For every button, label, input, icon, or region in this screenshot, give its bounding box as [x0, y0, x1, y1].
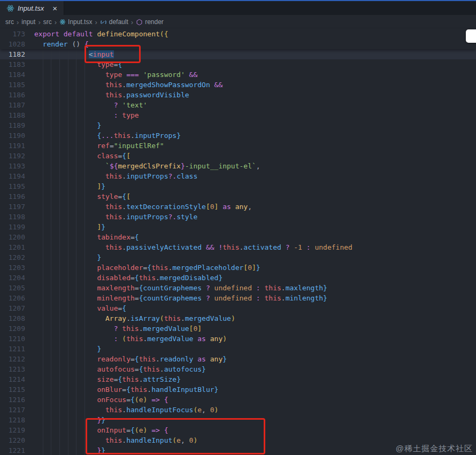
code-line-1201[interactable]: 1201this.passivelyActivated && !this.act… — [0, 242, 476, 252]
line-number[interactable]: 1200 — [0, 232, 34, 242]
code-line-1208[interactable]: 1208Array.isArray(this.mergedValue) — [0, 313, 476, 323]
line-number[interactable]: 1028 — [0, 39, 34, 49]
line-number[interactable]: 1191 — [0, 141, 34, 151]
line-number[interactable]: 173 — [0, 29, 34, 39]
code-line-1210[interactable]: 1210: (this.mergedValue as any) — [0, 334, 476, 344]
code-line-1206[interactable]: 1206minlength={countGraphemes ? undefine… — [0, 293, 476, 303]
line-number[interactable]: 1216 — [0, 395, 34, 405]
code-line-1205[interactable]: 1205maxlength={countGraphemes ? undefine… — [0, 283, 476, 293]
line-number[interactable]: 1193 — [0, 161, 34, 171]
line-number[interactable]: 1199 — [0, 222, 34, 232]
line-number[interactable]: 1208 — [0, 313, 34, 323]
line-number[interactable]: 1186 — [0, 90, 34, 100]
code-token: { — [135, 355, 139, 363]
line-number[interactable]: 1197 — [0, 202, 34, 212]
code-line-1189[interactable]: 1189} — [0, 120, 476, 130]
line-number[interactable]: 1209 — [0, 323, 34, 334]
line-number[interactable]: 1183 — [0, 59, 34, 70]
code-line-1214[interactable]: 1214size={this.attrSize} — [0, 374, 476, 384]
breadcrumb-item-src[interactable]: src — [5, 18, 14, 26]
code-line-1215[interactable]: 1215onBlur={this.handleInputBlur} — [0, 384, 476, 395]
code-line-1199[interactable]: 1199]} — [0, 222, 476, 232]
line-number[interactable]: 1214 — [0, 374, 34, 384]
code-line-1220[interactable]: 1220this.handleInput(e, 0) — [0, 435, 476, 445]
line-number[interactable]: 1217 — [0, 405, 34, 415]
code-line-1194[interactable]: 1194this.inputProps?.class — [0, 171, 476, 181]
code-line-1184[interactable]: 1184type === 'password' && — [0, 70, 476, 80]
code-line-1185[interactable]: 1185this.mergedShowPasswordOn && — [0, 80, 476, 90]
line-number[interactable]: 1204 — [0, 273, 34, 283]
code-line-1183[interactable]: 1183type={ — [0, 59, 476, 70]
code-line-1217[interactable]: 1217this.handleInputFocus(e, 0) — [0, 405, 476, 415]
close-icon[interactable]: × — [52, 4, 57, 12]
code-line-1182[interactable]: 1182<input — [0, 49, 476, 59]
code-line-1186[interactable]: 1186this.passwordVisible — [0, 90, 476, 100]
line-number[interactable]: 1187 — [0, 100, 34, 110]
sticky-line-173[interactable]: 173export default defineComponent({ — [0, 29, 476, 39]
line-number[interactable]: 1203 — [0, 263, 34, 273]
code-token: inputProps — [126, 172, 168, 180]
code-line-1190[interactable]: 1190{...this.inputProps} — [0, 130, 476, 141]
line-number[interactable]: 1188 — [0, 110, 34, 120]
breadcrumb-item-render[interactable]: render — [136, 18, 164, 26]
code-line-1188[interactable]: 1188: type — [0, 110, 476, 120]
line-number[interactable]: 1202 — [0, 252, 34, 263]
line-number[interactable]: 1182 — [0, 49, 34, 59]
line-number[interactable]: 1207 — [0, 303, 34, 313]
code-line-1198[interactable]: 1198this.inputProps?.style — [0, 212, 476, 222]
tab-input-tsx[interactable]: Input.tsx × — [0, 1, 64, 15]
code-line-1203[interactable]: 1203placeholder={this.mergedPlaceholder[… — [0, 263, 476, 273]
line-number[interactable]: 1196 — [0, 191, 34, 202]
code-line-1193[interactable]: 1193`${mergedClsPrefix}-input__input-el`… — [0, 161, 476, 171]
code-line-1209[interactable]: 1209? this.mergedValue[0] — [0, 323, 476, 334]
line-number[interactable]: 1185 — [0, 80, 34, 90]
line-number[interactable]: 1198 — [0, 212, 34, 222]
code-line-1213[interactable]: 1213autofocus={this.autofocus} — [0, 364, 476, 374]
line-number[interactable]: 1211 — [0, 344, 34, 354]
line-number[interactable]: 1184 — [0, 70, 34, 80]
line-number[interactable]: 1215 — [0, 384, 34, 395]
line-number[interactable]: 1219 — [0, 425, 34, 435]
code-token: ` — [252, 162, 256, 170]
code-line-1207[interactable]: 1207value={ — [0, 303, 476, 313]
sticky-line-1028[interactable]: 1028render () { — [0, 39, 476, 49]
code-line-1212[interactable]: 1212readonly={this.readonly as any} — [0, 354, 476, 364]
code-token: = — [135, 365, 139, 373]
code-line-1211[interactable]: 1211} — [0, 344, 476, 354]
code-line-1191[interactable]: 1191ref="inputElRef" — [0, 141, 476, 151]
line-number[interactable]: 1206 — [0, 293, 34, 303]
line-number[interactable]: 1194 — [0, 171, 34, 181]
line-number[interactable]: 1201 — [0, 242, 34, 252]
code-line-1218[interactable]: 1218}} — [0, 415, 476, 425]
scrollbar-thumb[interactable] — [466, 29, 476, 43]
code-line-1221[interactable]: 1221}} — [0, 445, 476, 455]
breadcrumb-item-src[interactable]: src — [43, 18, 52, 26]
code-line-1216[interactable]: 1216onFocus={(e) => { — [0, 395, 476, 405]
code-line-1197[interactable]: 1197this.textDecorationStyle[0] as any, — [0, 202, 476, 212]
line-number[interactable]: 1189 — [0, 120, 34, 130]
code-token: 'text' — [122, 101, 147, 109]
line-number[interactable]: 1220 — [0, 435, 34, 445]
code-token: autofocus — [164, 365, 202, 373]
line-content: value={ — [34, 303, 476, 313]
code-line-1200[interactable]: 1200tabindex={ — [0, 232, 476, 242]
breadcrumb-item-input[interactable]: input — [21, 18, 35, 26]
code-line-1192[interactable]: 1192class={[ — [0, 151, 476, 161]
code-line-1187[interactable]: 1187? 'text' — [0, 100, 476, 110]
line-number[interactable]: 1213 — [0, 364, 34, 374]
code-line-1202[interactable]: 1202} — [0, 252, 476, 263]
line-number[interactable]: 1190 — [0, 130, 34, 141]
line-number[interactable]: 1205 — [0, 283, 34, 293]
breadcrumb-item-default[interactable]: default — [100, 18, 128, 26]
code-line-1204[interactable]: 1204disabled={this.mergedDisabled} — [0, 273, 476, 283]
line-number[interactable]: 1210 — [0, 334, 34, 344]
line-number[interactable]: 1218 — [0, 415, 34, 425]
line-number[interactable]: 1212 — [0, 354, 34, 364]
code-line-1219[interactable]: 1219onInput={(e) => { — [0, 425, 476, 435]
code-line-1196[interactable]: 1196style={[ — [0, 191, 476, 202]
line-number[interactable]: 1195 — [0, 181, 34, 191]
code-line-1195[interactable]: 1195]} — [0, 181, 476, 191]
line-number[interactable]: 1221 — [0, 445, 34, 455]
breadcrumb-item-input-tsx[interactable]: Input.tsx — [59, 18, 92, 26]
line-number[interactable]: 1192 — [0, 151, 34, 161]
